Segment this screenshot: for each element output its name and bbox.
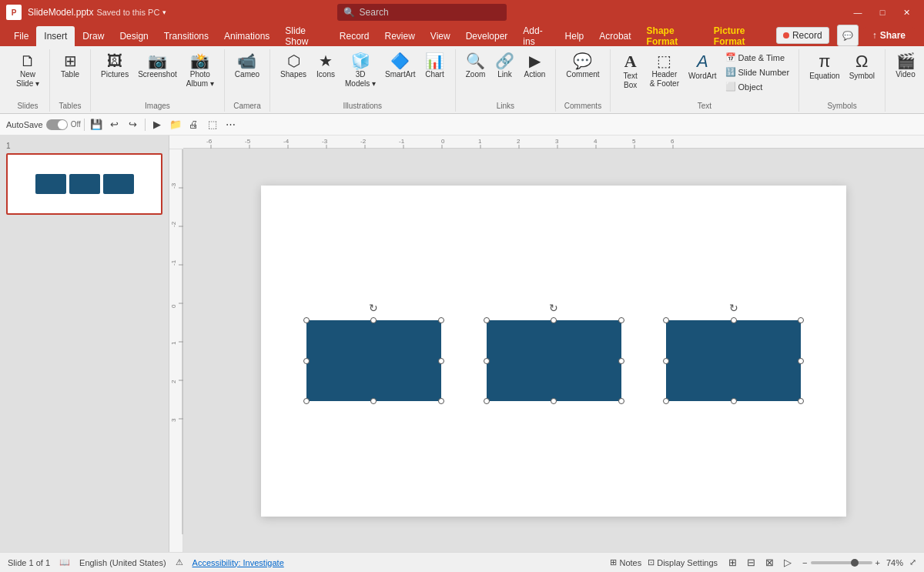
handle-tr-3[interactable] (798, 317, 804, 323)
zoom-level-label[interactable]: 74% (886, 558, 903, 567)
tab-animations[interactable]: Animations (216, 26, 277, 46)
object-button[interactable]: ⬜ Object (722, 80, 793, 93)
rotate-handle-2[interactable]: ↻ (546, 300, 561, 316)
handle-mr-2[interactable] (618, 358, 624, 364)
tab-review[interactable]: Review (377, 26, 423, 46)
maximize-button[interactable]: □ (872, 2, 893, 23)
equation-button[interactable]: π Equation (805, 51, 843, 83)
zoom-track[interactable] (811, 561, 872, 564)
handle-mr-1[interactable] (438, 358, 444, 364)
handle-tr-1[interactable] (438, 317, 444, 323)
audio-button[interactable]: 🔊 Audio (921, 51, 924, 82)
close-button[interactable]: ✕ (896, 2, 918, 23)
comment-icon-btn[interactable]: 💬 (837, 25, 859, 46)
present-button[interactable]: ▶ (149, 116, 166, 133)
pictures-button[interactable]: 🖼 Pictures (97, 51, 132, 82)
handle-bl-1[interactable] (303, 398, 310, 404)
shapes-button[interactable]: ⬡ Shapes (276, 51, 310, 82)
slide-thumbnail-1[interactable] (6, 153, 162, 215)
handle-tl-2[interactable] (484, 317, 490, 323)
redo-button[interactable]: ↪ (125, 116, 142, 133)
slideshow-button[interactable]: ▷ (779, 554, 796, 571)
wordart-button[interactable]: A WordArt (685, 51, 721, 83)
tab-slideshow[interactable]: Slide Show (277, 26, 331, 46)
share-button[interactable]: ↑ Share (863, 27, 915, 44)
handle-tr-2[interactable] (618, 317, 624, 323)
reading-view-button[interactable]: ⊠ (761, 554, 778, 571)
tab-draw[interactable]: Draw (75, 26, 112, 46)
tab-transitions[interactable]: Transitions (156, 26, 216, 46)
slide-number-button[interactable]: 🔢 Slide Number (722, 65, 793, 79)
handle-bl-2[interactable] (484, 398, 490, 404)
new-slide-button[interactable]: 🗋 NewSlide ▾ (12, 51, 43, 91)
handle-br-2[interactable] (618, 398, 624, 404)
display-settings-button[interactable]: ⊡ Display Settings (648, 557, 718, 567)
autosave-track[interactable] (46, 119, 68, 130)
screenshot-button[interactable]: 📷 Screenshot (134, 51, 181, 82)
filename-area[interactable]: SlideModel.pptx Saved to this PC ▾ (28, 7, 166, 18)
tab-insert[interactable]: Insert (36, 26, 75, 46)
handle-ml-2[interactable] (484, 358, 490, 364)
tab-record[interactable]: Record (332, 26, 377, 46)
handle-tm-3[interactable] (731, 317, 737, 323)
photo-album-button[interactable]: 📸 PhotoAlbum ▾ (182, 51, 218, 91)
cameo-button[interactable]: 📹 Cameo (231, 51, 263, 82)
chart-button[interactable]: 📊 Chart (421, 51, 449, 82)
handle-tm-1[interactable] (370, 317, 377, 323)
comment-button[interactable]: 💬 Comment (562, 51, 603, 82)
customize-button[interactable]: ⋯ (223, 116, 239, 133)
handle-tl-3[interactable] (663, 317, 669, 323)
handle-bl-3[interactable] (663, 398, 669, 404)
layout-button[interactable]: ⬚ (204, 116, 221, 133)
symbol-button[interactable]: Ω Symbol (845, 51, 879, 83)
slide-canvas[interactable]: ↻ ↻ (261, 186, 846, 517)
tab-addins[interactable]: Add-ins (515, 26, 557, 46)
3d-models-button[interactable]: 🧊 3DModels ▾ (341, 51, 380, 91)
search-bar[interactable]: 🔍 (337, 4, 507, 21)
autosave-toggle[interactable]: AutoSave Off (6, 119, 81, 130)
slide-shape-3[interactable] (666, 320, 801, 401)
tab-pictureformat[interactable]: Picture Format (706, 26, 776, 46)
zoom-in-icon[interactable]: + (875, 558, 880, 567)
save-toolbar-button[interactable]: 💾 (88, 116, 105, 133)
header-footer-button[interactable]: ⬚ Header& Footer (646, 51, 683, 91)
textbox-button[interactable]: A TextBox (617, 51, 644, 92)
date-time-button[interactable]: 📅 Date & Time (722, 51, 793, 64)
tab-help[interactable]: Help (557, 26, 592, 46)
handle-br-3[interactable] (798, 398, 804, 404)
zoom-button[interactable]: 🔍 Zoom (462, 51, 490, 82)
icons-button[interactable]: ★ Icons (312, 51, 340, 82)
handle-ml-3[interactable] (663, 358, 669, 364)
tab-design[interactable]: Design (112, 26, 156, 46)
spell-check-icon[interactable]: 📖 (59, 557, 70, 567)
search-input[interactable] (360, 7, 475, 18)
tab-acrobat[interactable]: Acrobat (591, 26, 638, 46)
action-button[interactable]: ▶ Action (521, 51, 550, 82)
handle-tm-2[interactable] (551, 317, 557, 323)
handle-br-1[interactable] (438, 398, 444, 404)
slide-sorter-button[interactable]: ⊟ (742, 554, 759, 571)
accessibility-label[interactable]: Accessibility: Investigate (192, 558, 284, 567)
tab-developer[interactable]: Developer (458, 26, 516, 46)
table-button[interactable]: ⊞ Table (56, 51, 84, 82)
undo-button[interactable]: ↩ (106, 116, 123, 133)
slide-shape-2[interactable] (487, 320, 621, 401)
normal-view-button[interactable]: ⊞ (724, 554, 741, 571)
handle-tl-1[interactable] (303, 317, 310, 323)
link-button[interactable]: 🔗 Link (491, 51, 519, 82)
handle-bm-1[interactable] (370, 398, 377, 404)
rotate-handle-3[interactable]: ↻ (726, 300, 742, 316)
tab-shapeformat[interactable]: Shape Format (639, 26, 706, 46)
zoom-out-icon[interactable]: − (802, 558, 807, 567)
smartart-button[interactable]: 🔷 SmartArt (381, 51, 419, 82)
handle-bm-3[interactable] (731, 398, 737, 404)
handle-bm-2[interactable] (551, 398, 557, 404)
slide-canvas-area[interactable]: ↻ ↻ (183, 149, 924, 552)
video-button[interactable]: 🎬 Video (892, 51, 919, 82)
rotate-handle-1[interactable]: ↻ (366, 300, 381, 316)
slide-shape-1[interactable] (306, 320, 441, 401)
tab-view[interactable]: View (423, 26, 458, 46)
handle-mr-3[interactable] (798, 358, 804, 364)
print-button[interactable]: 🖨 (186, 116, 203, 133)
zoom-control[interactable]: − + (802, 558, 880, 567)
